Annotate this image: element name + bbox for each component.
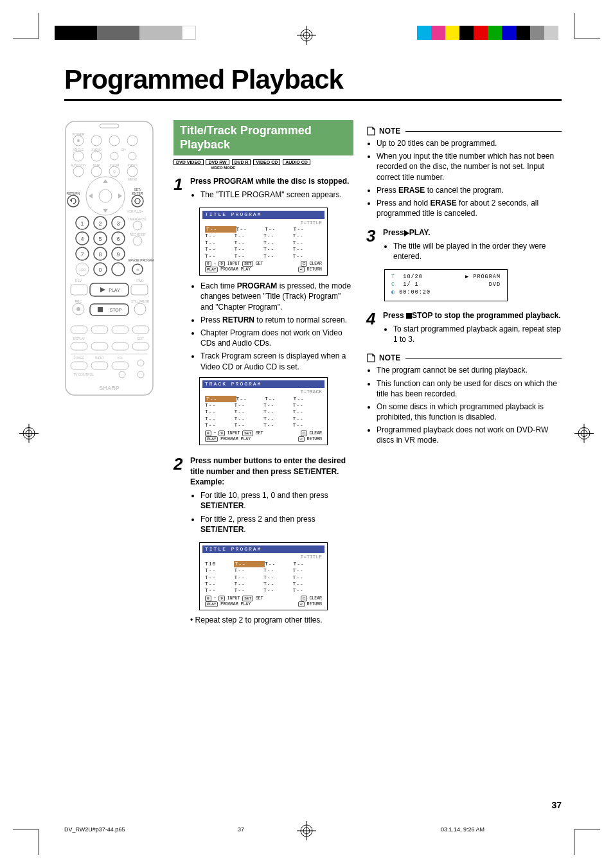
section-header: Title/Track Programmed Playback — [173, 120, 353, 155]
svg-text:RETURN: RETURN — [67, 191, 80, 195]
note-icon — [366, 353, 375, 362]
svg-text:0: 0 — [98, 267, 102, 273]
footer-filename: DV_RW2U#p37-44.p65 — [64, 826, 125, 833]
svg-text:TV CONTROL: TV CONTROL — [73, 373, 94, 376]
note-header-2: NOTE — [366, 353, 562, 362]
svg-text:5: 5 — [98, 236, 102, 242]
svg-text:STILL/PAUSE: STILL/PAUSE — [131, 300, 149, 303]
svg-text:VCR PLUS+: VCR PLUS+ — [127, 210, 143, 213]
remote-illustration: POWER ANGLE AUDIO CH FUNCTION DNR — [64, 120, 161, 624]
svg-text:2: 2 — [98, 220, 102, 227]
svg-text:ERASE PROGRAM: ERASE PROGRAM — [129, 258, 154, 262]
registration-mark-left — [19, 423, 39, 445]
svg-point-20 — [77, 139, 80, 142]
svg-text:POWER: POWER — [73, 357, 85, 360]
svg-text:1: 1 — [80, 220, 84, 227]
svg-text:STOP: STOP — [110, 308, 122, 312]
svg-text:SHARP: SHARP — [99, 385, 120, 391]
svg-text:100: 100 — [79, 268, 86, 272]
stop-icon — [406, 313, 412, 319]
svg-point-94 — [76, 307, 80, 311]
osd-title-program-2: TITLE PROGRAM T=TITLE T10T--T--T-- T--T-… — [199, 542, 328, 610]
svg-text:REC MODE: REC MODE — [130, 233, 145, 236]
registration-mark-top — [297, 26, 316, 47]
play-icon — [404, 230, 409, 236]
svg-text:CH: CH — [121, 148, 126, 152]
svg-text:DISPLAY: DISPLAY — [73, 337, 85, 341]
svg-rect-96 — [98, 307, 103, 312]
step-1: 1 Press PROGRAM while the disc is stoppe… — [173, 176, 353, 202]
svg-text:INPUT: INPUT — [95, 357, 104, 360]
svg-text:6: 6 — [116, 236, 120, 242]
svg-text:FWD: FWD — [136, 279, 144, 283]
step-3: 3 PressPLAY. The title will be played in… — [366, 227, 562, 264]
page-number: 37 — [551, 800, 562, 810]
osd-play-status: T 10/20PROGRAM ▶ C 1/ 1DVD ◐ 00:00:20 — [384, 269, 508, 301]
registration-mark-bottom — [297, 821, 316, 842]
step-2: 2 Press number buttons to enter the desi… — [173, 456, 353, 537]
svg-text:PLAY: PLAY — [109, 288, 120, 292]
svg-text:4: 4 — [80, 236, 84, 242]
svg-text:8: 8 — [98, 251, 102, 258]
svg-text:REV: REV — [75, 279, 82, 283]
svg-text:Q: Q — [113, 170, 116, 173]
svg-text:⊂: ⊂ — [136, 268, 139, 272]
svg-text:ENTER: ENTER — [132, 191, 143, 195]
osd-title-program-1: TITLE PROGRAM T=TITLE T--T--T--T-- T--T-… — [199, 208, 328, 276]
svg-text:TIMER PROG.: TIMER PROG. — [128, 218, 147, 221]
media-tags: DVD VIDEO DVD RW DVD R VIDEO CD AUDIO CD… — [173, 159, 353, 170]
repeat-note: • Repeat step 2 to program other titles. — [190, 616, 353, 624]
svg-text:7: 7 — [80, 251, 84, 258]
svg-text:MENU: MENU — [128, 177, 138, 181]
note-header-1: NOTE — [366, 127, 562, 136]
step-4: 4 Press STOP to stop the programmed play… — [366, 310, 562, 347]
print-color-bar-left — [55, 26, 196, 40]
footer-page: 37 — [238, 826, 244, 833]
svg-text:EDIT: EDIT — [138, 337, 145, 341]
svg-text:3: 3 — [116, 220, 120, 227]
svg-text:REC: REC — [75, 299, 82, 303]
svg-text:VOL: VOL — [117, 357, 123, 360]
footer-date: 03.1.14, 9:26 AM — [441, 826, 484, 833]
svg-text:9: 9 — [116, 251, 120, 258]
title-underline — [64, 99, 562, 101]
note-icon — [366, 127, 375, 136]
registration-mark-right — [574, 423, 594, 445]
print-color-bar-right — [417, 26, 558, 40]
page-title: Programmed Playback — [64, 64, 562, 95]
osd-track-program: TRACK PROGRAM T=TRACK T--T--T--T-- T--T-… — [199, 377, 328, 445]
